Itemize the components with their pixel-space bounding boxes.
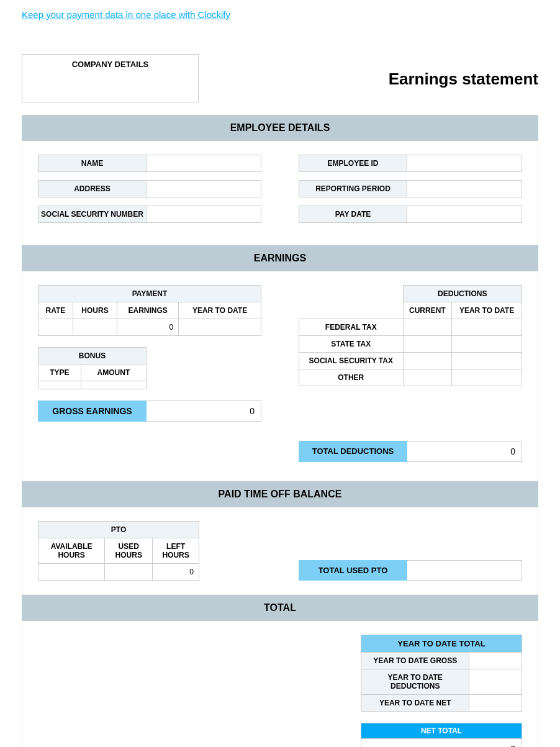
payment-col-ytd: YEAR TO DATE [179,302,261,319]
promo-link[interactable]: Keep your payment data in one place with… [22,9,230,20]
reporting-period-value[interactable] [407,180,522,197]
deductions-col-ytd: YEAR TO DATE [452,302,522,319]
pto-left[interactable]: 0 [153,564,199,581]
pto-col-available: AVAILABLE HOURS [38,538,105,564]
deduction-row: STATE TAX [299,336,522,353]
payment-row: 0 [38,319,261,336]
ytd-gross-label: YEAR TO DATE GROSS [361,653,469,669]
section-header-total: TOTAL [22,595,538,621]
deductions-table: DEDUCTIONS CURRENT YEAR TO DATE FEDERAL … [299,285,522,386]
bonus-amount[interactable] [81,381,146,389]
bonus-table: BONUS TYPE AMOUNT [38,347,147,389]
earnings-body: PAYMENT RATE HOURS EARNINGS YEAR TO DATE… [22,271,538,481]
pto-table: PTO AVAILABLE HOURS USED HOURS LEFT HOUR… [38,521,199,581]
bonus-type[interactable] [38,381,81,389]
employee-id-value[interactable] [407,155,522,172]
deduction-other-ytd[interactable] [452,369,522,386]
ssn-label: SOCIAL SECURITY NUMBER [38,206,147,223]
deduction-state-label: STATE TAX [299,336,404,353]
net-total-value: 0 [361,739,522,748]
pto-row: 0 [38,564,199,581]
payment-col-rate: RATE [38,302,73,319]
bonus-row [38,381,147,389]
bonus-col-amount: AMOUNT [81,364,146,381]
address-label: ADDRESS [38,180,147,197]
net-total-label: NET TOTAL [361,723,522,739]
ssn-value[interactable] [147,206,261,223]
company-details-box: COMPANY DETAILS [22,54,199,102]
employee-id-label: EMPLOYEE ID [299,155,407,172]
total-deductions-value: 0 [407,441,522,462]
total-used-pto-label: TOTAL USED PTO [299,560,407,581]
employee-details-body: NAME ADDRESS SOCIAL SECURITY NUMBER EMPL… [22,141,538,245]
payment-col-earnings: EARNINGS [117,302,179,319]
deduction-row: FEDERAL TAX [299,319,522,336]
deductions-col-current: CURRENT [403,302,452,319]
ytd-deductions-value [469,669,522,695]
deduction-state-current[interactable] [403,336,452,353]
ytd-net-label: YEAR TO DATE NET [361,695,469,712]
deduction-ss-ytd[interactable] [452,353,522,369]
reporting-period-label: REPORTING PERIOD [299,180,407,197]
deductions-header: DEDUCTIONS [403,286,522,302]
ytd-gross-value [469,653,522,669]
payment-table: PAYMENT RATE HOURS EARNINGS YEAR TO DATE… [38,285,261,336]
deduction-federal-current[interactable] [403,319,452,336]
pto-used[interactable] [105,564,153,581]
pto-body: PTO AVAILABLE HOURS USED HOURS LEFT HOUR… [22,507,538,595]
ytd-net-value [469,695,522,712]
pay-date-label: PAY DATE [299,206,407,223]
page-title: Earnings statement [389,70,538,89]
payment-earnings[interactable]: 0 [117,319,179,336]
deduction-ss-current[interactable] [403,353,452,369]
pto-col-left: LEFT HOURS [153,538,199,564]
payment-hours[interactable] [73,319,117,336]
bonus-col-type: TYPE [38,364,81,381]
bonus-header: BONUS [38,348,147,364]
deduction-federal-ytd[interactable] [452,319,522,336]
deduction-row: SOCIAL SECURITY TAX [299,353,522,369]
payment-col-hours: HOURS [73,302,117,319]
total-used-pto-value [407,560,522,581]
gross-earnings-value: 0 [147,401,261,422]
pto-header: PTO [38,522,199,538]
name-value[interactable] [147,155,261,172]
section-header-employee: EMPLOYEE DETAILS [22,115,538,141]
total-deductions-label: TOTAL DEDUCTIONS [299,441,407,462]
payment-ytd[interactable] [179,319,261,336]
deduction-other-current[interactable] [403,369,452,386]
address-value[interactable] [147,180,261,197]
ytd-total-table: YEAR TO DATE TOTAL YEAR TO DATE GROSS YE… [361,635,522,712]
total-body: YEAR TO DATE TOTAL YEAR TO DATE GROSS YE… [22,621,538,747]
gross-earnings-label: GROSS EARNINGS [38,401,147,422]
pay-date-value[interactable] [407,206,522,223]
deduction-ss-label: SOCIAL SECURITY TAX [299,353,404,369]
deduction-row: OTHER [299,369,522,386]
name-label: NAME [38,155,147,172]
ytd-deductions-label: YEAR TO DATE DEDUCTIONS [361,669,469,695]
payment-rate[interactable] [38,319,73,336]
deduction-other-label: OTHER [299,369,404,386]
pto-available[interactable] [38,564,105,581]
net-total-table: NET TOTAL 0 [361,723,522,747]
ytd-total-header: YEAR TO DATE TOTAL [361,635,522,653]
pto-col-used: USED HOURS [105,538,153,564]
deduction-federal-label: FEDERAL TAX [299,319,404,336]
payment-header: PAYMENT [38,286,261,302]
section-header-pto: PAID TIME OFF BALANCE [22,481,538,507]
deduction-state-ytd[interactable] [452,336,522,353]
section-header-earnings: EARNINGS [22,245,538,271]
